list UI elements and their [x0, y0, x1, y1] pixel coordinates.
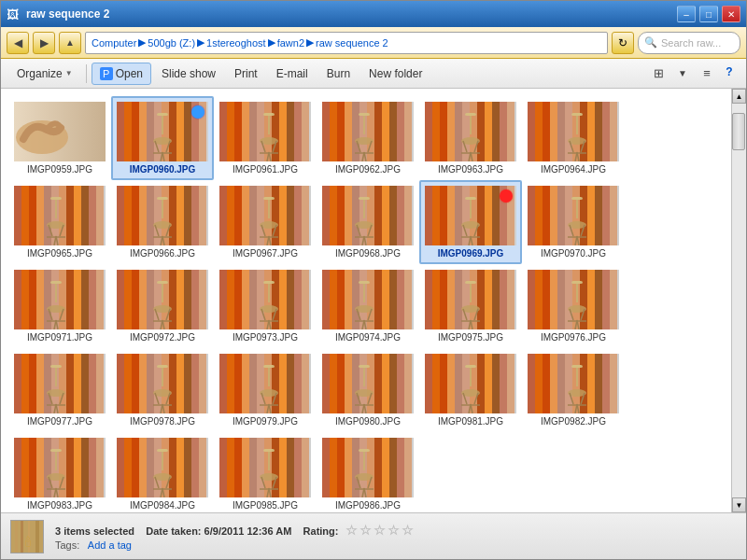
list-item[interactable]: IMGP0986.JPG — [317, 432, 419, 512]
list-item[interactable]: IMGP0972.JPG — [111, 264, 214, 348]
svg-rect-14 — [157, 113, 168, 116]
svg-rect-274 — [263, 281, 275, 284]
scroll-down-button[interactable]: ▼ — [732, 497, 746, 512]
svg-rect-232 — [89, 270, 96, 329]
scroll-thumb[interactable] — [732, 113, 745, 150]
maximize-button[interactable]: □ — [699, 6, 718, 22]
svg-rect-202 — [528, 186, 535, 245]
add-tag-link[interactable]: Add a tag — [88, 539, 132, 551]
slideshow-button[interactable]: Slide show — [153, 63, 224, 85]
scroll-up-button[interactable]: ▲ — [732, 89, 746, 104]
back-button[interactable]: ◀ — [7, 32, 29, 54]
list-item[interactable]: IMGP0962.JPG — [317, 96, 419, 180]
burn-button[interactable]: Burn — [318, 63, 359, 85]
svg-rect-284 — [337, 270, 345, 329]
list-item[interactable]: IMGP0980.JPG — [317, 348, 419, 432]
list-item[interactable]: IMGP0961.JPG — [214, 96, 317, 180]
help-button[interactable]: ? — [720, 63, 739, 81]
svg-rect-94 — [571, 113, 583, 116]
breadcrumb-folder1[interactable]: 1stereoghost — [206, 37, 266, 49]
title-bar: 🖼 raw sequence 2 – □ ✕ — [1, 1, 746, 27]
svg-rect-86 — [557, 102, 565, 161]
list-item[interactable]: IMGP0982.JPG — [522, 348, 625, 432]
minimize-button[interactable]: – — [677, 6, 696, 22]
svg-rect-305 — [447, 270, 455, 329]
svg-rect-42 — [322, 102, 330, 161]
svg-rect-501 — [153, 488, 172, 490]
svg-rect-366 — [147, 354, 154, 413]
thumbnail-label: IMGP0960.JPG — [116, 164, 209, 175]
organize-button[interactable]: Organize ▼ — [8, 63, 81, 85]
star-2[interactable]: ☆ — [359, 523, 372, 538]
list-item[interactable]: IMGP0973.JPG — [214, 264, 317, 348]
breadcrumb-current[interactable]: raw sequence 2 — [316, 37, 388, 49]
svg-rect-303 — [432, 270, 440, 329]
list-item[interactable]: IMGP0960.JPG — [111, 96, 214, 180]
svg-rect-431 — [492, 354, 500, 413]
list-item[interactable]: IMGP0968.JPG — [317, 180, 419, 264]
star-4[interactable]: ☆ — [388, 523, 400, 538]
list-item[interactable]: IMGP0966.JPG — [111, 180, 214, 264]
list-item[interactable]: IMGP0977.JPG — [8, 348, 111, 432]
svg-rect-361 — [47, 404, 65, 406]
svg-rect-113 — [96, 186, 104, 245]
list-item[interactable]: IMGP0981.JPG — [419, 348, 522, 432]
list-item[interactable]: IMGP0963.JPG — [419, 96, 522, 180]
star-3[interactable]: ☆ — [374, 523, 386, 538]
svg-rect-163 — [330, 186, 337, 245]
svg-rect-525 — [345, 438, 352, 497]
list-item[interactable]: IMGP0959.JPG — [8, 96, 111, 180]
list-item[interactable]: IMGP0983.JPG — [8, 432, 111, 512]
list-item[interactable]: IMGP0976.JPG — [522, 264, 625, 348]
svg-rect-446 — [557, 354, 565, 413]
breadcrumb-computer[interactable]: Computer — [92, 37, 136, 49]
print-button[interactable]: Print — [226, 63, 266, 85]
view-details-button[interactable]: ≡ — [696, 63, 718, 85]
star-5[interactable]: ☆ — [402, 523, 414, 538]
file-view[interactable]: IMGP0959.JPG IMGP0960.JPG IMGP0961.JPG — [1, 89, 731, 512]
view-dropdown-button[interactable]: ▼ — [671, 63, 694, 85]
svg-rect-342 — [14, 354, 21, 413]
list-item[interactable]: IMGP0971.JPG — [8, 264, 111, 348]
search-box[interactable]: 🔍 Search raw... — [638, 32, 740, 54]
list-item[interactable]: IMGP0974.JPG — [317, 264, 419, 348]
svg-rect-235 — [55, 284, 57, 302]
svg-rect-70 — [485, 102, 492, 161]
open-button[interactable]: P Open — [92, 63, 151, 85]
new-folder-button[interactable]: New folder — [360, 63, 430, 85]
svg-rect-491 — [184, 438, 191, 497]
svg-rect-392 — [294, 354, 302, 413]
list-item[interactable]: IMGP0967.JPG — [214, 180, 317, 264]
svg-rect-105 — [36, 186, 44, 245]
breadcrumb-folder2[interactable]: fawn2 — [277, 37, 304, 49]
thumbnail-image-wrapper — [117, 186, 208, 245]
thumbnail-image-wrapper — [219, 270, 311, 329]
list-item[interactable]: IMGP0975.JPG — [419, 264, 522, 348]
breadcrumb[interactable]: Computer ▶ 500gb (Z:) ▶ 1stereoghost ▶ f… — [85, 32, 608, 54]
svg-rect-51 — [389, 102, 397, 161]
svg-rect-134 — [157, 197, 168, 200]
list-item[interactable]: IMGP0978.JPG — [111, 348, 214, 432]
forward-button[interactable]: ▶ — [33, 32, 55, 54]
list-item[interactable]: IMGP0984.JPG — [111, 432, 214, 512]
breadcrumb-drive[interactable]: 500gb (Z:) — [148, 37, 195, 49]
refresh-button[interactable]: ↻ — [612, 32, 634, 54]
list-item[interactable]: IMGP0965.JPG — [8, 180, 111, 264]
svg-rect-173 — [404, 186, 412, 245]
svg-rect-493 — [199, 438, 206, 497]
close-button[interactable]: ✕ — [722, 6, 740, 22]
star-1[interactable]: ☆ — [345, 523, 358, 538]
up-button[interactable]: ▲ — [59, 32, 81, 54]
svg-rect-203 — [535, 186, 543, 245]
list-item[interactable]: IMGP0970.JPG — [522, 180, 625, 264]
scroll-track[interactable] — [732, 104, 746, 497]
email-button[interactable]: E-mail — [268, 63, 317, 85]
svg-rect-49 — [374, 102, 382, 161]
list-item[interactable]: IMGP0969.JPG — [419, 180, 522, 264]
rating-stars[interactable]: ☆ ☆ ☆ ☆ ☆ — [345, 523, 414, 538]
view-extra-large-button[interactable]: ⊞ — [647, 63, 669, 85]
list-item[interactable]: IMGP0964.JPG — [522, 96, 625, 180]
list-item[interactable]: IMGP0985.JPG — [214, 432, 317, 512]
list-item[interactable]: IMGP0979.JPG — [214, 348, 317, 432]
svg-rect-532 — [397, 438, 404, 497]
